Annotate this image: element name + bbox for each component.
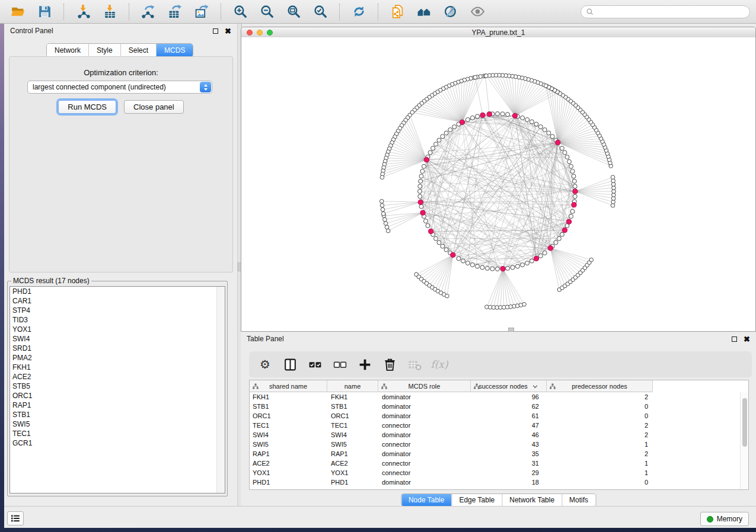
add-column-button[interactable] <box>355 355 375 374</box>
dominator-node[interactable] <box>573 189 578 194</box>
tab-mcds[interactable]: MCDS <box>156 44 193 57</box>
export-image-button[interactable] <box>190 2 214 21</box>
dominator-node[interactable] <box>420 210 425 215</box>
mcds-result-item[interactable]: TEC1 <box>10 429 225 438</box>
table-row[interactable]: SWI4SWI4dominator462 <box>250 430 748 440</box>
maximize-window-icon[interactable] <box>267 30 273 36</box>
zoom-in-button[interactable] <box>228 2 253 21</box>
column-header-predecessor-nodes[interactable]: predecessor nodes <box>547 380 653 392</box>
dominator-node[interactable] <box>548 246 553 251</box>
tab-select[interactable]: Select <box>120 44 156 57</box>
run-mcds-button[interactable]: Run MCDS <box>58 100 116 114</box>
mcds-result-item[interactable]: FKH1 <box>10 363 225 372</box>
network-graph[interactable] <box>241 37 755 331</box>
close-mcds-panel-button[interactable]: Close panel <box>124 100 184 114</box>
import-network-button[interactable] <box>71 2 95 21</box>
mcds-result-item[interactable]: ACE2 <box>10 372 225 382</box>
mcds-result-item[interactable]: STP4 <box>10 306 225 315</box>
task-history-button[interactable] <box>7 511 24 525</box>
network-canvas[interactable] <box>241 37 755 331</box>
dominator-node[interactable] <box>534 256 538 261</box>
settings-gear-button[interactable]: ⚙ <box>255 355 275 374</box>
zoom-selected-button[interactable] <box>308 2 333 21</box>
zoom-out-button[interactable] <box>255 2 279 21</box>
close-panel-button[interactable]: ✖ <box>225 27 231 35</box>
tab-motifs[interactable]: Motifs <box>562 494 595 506</box>
table-row[interactable]: PHD1PHD1dominator180 <box>250 477 748 487</box>
tab-node-table[interactable]: Node Table <box>401 494 452 506</box>
deselect-all-checkboxes-button[interactable] <box>330 355 350 374</box>
dominator-node[interactable] <box>562 227 567 232</box>
mcds-list-scrollbar[interactable] <box>216 287 225 493</box>
save-session-button[interactable] <box>33 2 57 21</box>
close-window-icon[interactable] <box>247 30 253 36</box>
mcds-result-item[interactable]: YOX1 <box>10 325 225 334</box>
close-table-panel-button[interactable]: ✖ <box>744 335 750 343</box>
search-input[interactable] <box>597 7 745 17</box>
network-overview-button[interactable] <box>412 2 436 21</box>
tab-edge-table[interactable]: Edge Table <box>451 494 502 506</box>
table-row[interactable]: RAP1RAP1dominator352 <box>250 449 748 459</box>
mcds-result-item[interactable]: GCR1 <box>10 438 225 448</box>
table-row[interactable]: ORC1ORC1dominator610 <box>250 411 748 421</box>
import-table-button[interactable] <box>98 2 122 21</box>
tab-style[interactable]: Style <box>88 44 120 57</box>
mcds-result-item[interactable]: STB5 <box>10 382 225 391</box>
dominator-node[interactable] <box>487 112 492 117</box>
dominator-node[interactable] <box>480 113 485 117</box>
dominator-node[interactable] <box>572 203 576 207</box>
select-all-checkboxes-button[interactable] <box>305 355 325 374</box>
dominator-node[interactable] <box>512 113 517 118</box>
mcds-result-item[interactable]: SRD1 <box>10 344 225 353</box>
mcds-result-list[interactable]: PHD1CAR1STP4TID3YOX1SWI4SRD1PMA2FKH1ACE2… <box>9 286 225 493</box>
zoom-fit-button[interactable] <box>282 2 306 21</box>
mcds-result-item[interactable]: PMA2 <box>10 353 225 363</box>
table-row[interactable]: STB1STB1dominator620 <box>250 402 748 411</box>
dominator-node[interactable] <box>460 120 464 124</box>
show-graphics-details-button[interactable] <box>465 2 490 21</box>
table-scrollbar-thumb[interactable] <box>742 398 747 447</box>
mcds-result-item[interactable]: ORC1 <box>10 391 225 400</box>
column-header-name[interactable]: name <box>327 380 378 392</box>
mcds-result-item[interactable]: STB1 <box>10 410 225 419</box>
open-file-button[interactable] <box>6 2 30 21</box>
dominator-node[interactable] <box>418 200 423 204</box>
column-header-mcds-role[interactable]: MCDS role <box>378 380 471 392</box>
dominator-node[interactable] <box>429 229 433 233</box>
export-table-button[interactable] <box>163 2 187 21</box>
column-layout-button[interactable] <box>280 355 300 374</box>
refresh-layout-button[interactable] <box>347 2 371 21</box>
mcds-result-item[interactable]: SWI5 <box>10 419 225 429</box>
table-row[interactable]: ACE2ACE2connector311 <box>250 459 748 468</box>
dominator-node[interactable] <box>424 158 429 162</box>
table-row[interactable]: TEC1TEC1connector472 <box>250 421 748 430</box>
delete-column-button[interactable] <box>379 355 400 374</box>
criterion-select[interactable]: largest connected component (undirected) <box>27 81 212 94</box>
clone-network-button[interactable] <box>385 2 410 21</box>
minimize-window-icon[interactable] <box>257 30 263 36</box>
tab-network[interactable]: Network <box>47 44 88 57</box>
dominator-node[interactable] <box>500 267 505 271</box>
splitter-handle[interactable] <box>508 328 514 332</box>
table-scrollbar[interactable] <box>740 392 748 489</box>
memory-button[interactable]: Memory <box>700 512 749 526</box>
float-table-panel-button[interactable] <box>732 336 737 342</box>
mcds-result-item[interactable]: SWI4 <box>10 334 225 344</box>
column-header-shared-name[interactable]: shared name <box>250 380 327 392</box>
mcds-result-item[interactable]: PHD1 <box>10 287 225 296</box>
mcds-result-item[interactable]: TID3 <box>10 315 225 325</box>
table-row[interactable]: YOX1YOX1connector291 <box>250 468 748 477</box>
table-row[interactable]: FKH1FKH1dominator962 <box>250 392 748 402</box>
dominator-node[interactable] <box>451 252 455 257</box>
float-panel-button[interactable] <box>213 28 218 34</box>
tab-network-table[interactable]: Network Table <box>502 494 562 506</box>
hide-graphics-details-button[interactable] <box>439 2 463 21</box>
column-header-successor-nodes[interactable]: successor nodes <box>471 380 547 392</box>
mcds-result-item[interactable]: CAR1 <box>10 296 225 306</box>
mcds-result-item[interactable]: RAP1 <box>10 400 225 410</box>
dominator-node[interactable] <box>566 219 571 224</box>
export-network-button[interactable] <box>136 2 161 21</box>
dominator-node[interactable] <box>556 140 560 145</box>
table-row[interactable]: SWI5SWI5connector431 <box>250 440 748 449</box>
search-box[interactable] <box>580 5 750 18</box>
